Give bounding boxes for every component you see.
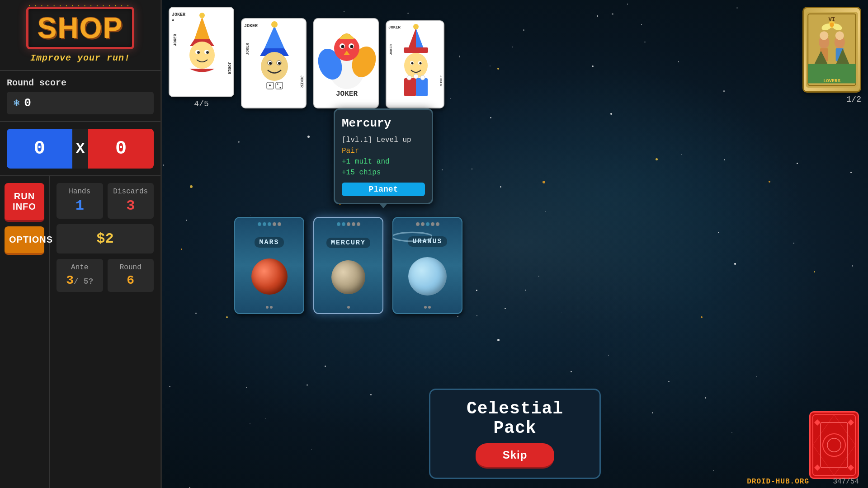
svg-point-9 (206, 51, 209, 54)
score-display: ❄ 0 (7, 92, 154, 114)
joker-card-1[interactable]: JOKER ♣ (169, 7, 234, 97)
mercury-level: [lvl.1] Level up (342, 136, 411, 144)
svg-point-38 (350, 45, 354, 48)
shop-header: SHOP Improve your run! (0, 0, 160, 71)
mult-separator: X (74, 141, 86, 157)
mercury-mult-bonus: +1 mult and (342, 158, 390, 166)
dot (347, 306, 350, 309)
uranus-bottom-dots (424, 306, 431, 309)
dot (424, 306, 427, 309)
svg-point-22 (278, 62, 281, 65)
joker4-container: JOKER (386, 20, 444, 108)
svg-point-56 (420, 75, 425, 80)
celestial-pack-title: Celestial Pack (444, 399, 586, 438)
discards-box: Discards 3 (108, 183, 154, 219)
tarot-card[interactable]: VI LOVERS (802, 7, 861, 93)
joker-card-3[interactable]: JOKER (313, 18, 379, 108)
mercury-bottom-dots (347, 306, 350, 309)
discards-label: Discards (112, 188, 150, 196)
dot (357, 222, 360, 226)
left-main: Run Info Options Hands 1 Discards 3 $2 (0, 176, 160, 488)
dot (268, 222, 271, 226)
svg-point-27 (280, 87, 281, 89)
chips-box: 0 (7, 129, 72, 169)
mercury-tooltip-desc: [lvl.1] Level up Pair +1 mult and +15 ch… (342, 135, 425, 178)
planet-card-mercury[interactable]: MERCURY (313, 217, 383, 314)
planets-row: MARS MERCURY (234, 217, 462, 314)
dot (337, 222, 340, 226)
jokers-row: JOKER ♣ (169, 7, 444, 108)
dot (347, 222, 350, 226)
shop-sign: SHOP (26, 7, 134, 49)
ante-value: 3/ 5? (61, 273, 99, 287)
run-info-button[interactable]: Run Info (5, 183, 44, 222)
skip-button[interactable]: Skip (476, 443, 555, 469)
svg-rect-45 (404, 47, 428, 53)
svg-point-54 (407, 75, 411, 80)
money-display: $2 (57, 224, 154, 253)
svg-point-55 (414, 74, 418, 79)
score-value: 0 (24, 96, 31, 110)
svg-point-10 (199, 13, 205, 18)
svg-point-51 (420, 62, 422, 65)
svg-point-76 (393, 232, 432, 241)
svg-rect-52 (404, 78, 416, 96)
mercury-hand-type: Pair (342, 147, 359, 155)
celestial-pack: Celestial Pack Skip (429, 389, 601, 479)
sidebar: SHOP Improve your run! Round score ❄ 0 0… (0, 0, 162, 488)
joker-card-2[interactable]: JOKER (241, 18, 307, 108)
svg-text:LOVERS: LOVERS (823, 78, 840, 84)
mars-top-dots (239, 222, 300, 226)
svg-point-50 (411, 62, 414, 65)
joker-count: 4/5 (194, 99, 208, 108)
mercury-name: MERCURY (326, 238, 370, 248)
options-button[interactable]: Options (5, 226, 44, 255)
hands-box: Hands 1 (57, 183, 103, 219)
round-box: Round 6 (108, 259, 154, 292)
tarot-count: 1/2 (847, 95, 861, 104)
main-area: JOKER ♣ (162, 0, 868, 488)
svg-point-46 (413, 24, 419, 29)
joker1-container: JOKER ♣ (169, 7, 234, 108)
dot (342, 222, 345, 226)
dot (270, 306, 273, 309)
ante-label: Ante (61, 263, 99, 272)
mercury-orb (331, 260, 365, 294)
dot (428, 306, 431, 309)
svg-text:♣: ♣ (172, 18, 174, 23)
svg-point-24 (269, 84, 271, 86)
svg-rect-25 (276, 82, 283, 89)
svg-text:JOKER: JOKER (389, 44, 393, 55)
deck-card[interactable] (809, 411, 859, 479)
uranus-orb (408, 257, 447, 296)
dot (266, 306, 269, 309)
tarot-area: VI LOVERS (802, 7, 861, 104)
svg-text:JOKER: JOKER (336, 90, 358, 98)
discards-value: 3 (112, 197, 150, 214)
mercury-top-dots (318, 222, 379, 226)
round-score-label: Round score (7, 78, 154, 88)
svg-text:JOKER: JOKER (227, 62, 231, 75)
mars-orb (251, 258, 288, 295)
watermark: DROID-HUB.ORG (747, 478, 809, 486)
dot (273, 222, 276, 226)
svg-text:JOKER: JOKER (439, 75, 443, 86)
svg-point-8 (197, 51, 200, 54)
svg-point-37 (341, 45, 344, 48)
hands-discards-row: Hands 1 Discards 3 (57, 183, 154, 219)
mars-bottom-dots (266, 306, 273, 309)
mercury-tooltip-title: Mercury (342, 117, 425, 130)
shop-subtitle: Improve your run! (30, 53, 130, 63)
mult-box: 0 (88, 129, 154, 169)
round-label: Round (112, 263, 150, 272)
joker2-container: JOKER (241, 18, 307, 108)
snowflake-icon: ❄ (14, 97, 19, 109)
joker-card-4[interactable]: JOKER (386, 20, 444, 108)
mercury-tooltip: Mercury [lvl.1] Level up Pair +1 mult an… (334, 108, 433, 204)
planet-card-uranus[interactable]: URANUS (392, 217, 462, 314)
mercury-chips-bonus: +15 chips (342, 169, 381, 177)
svg-point-21 (269, 62, 272, 65)
planet-card-mars[interactable]: MARS (234, 217, 304, 314)
svg-text:JOKER: JOKER (245, 42, 250, 55)
svg-point-67 (835, 31, 844, 40)
